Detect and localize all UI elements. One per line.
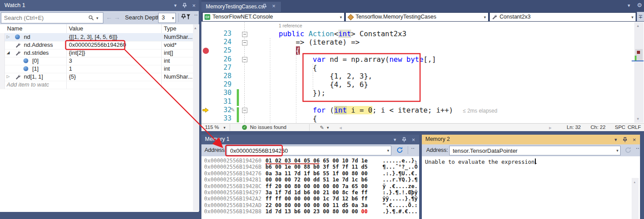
watch-row[interactable]: [1]1int — [0, 65, 193, 73]
watch-value[interactable]: 3 — [69, 57, 159, 64]
code-line[interactable]: {1, 2, 3}, — [279, 72, 497, 80]
code-line[interactable]: { — [279, 64, 497, 72]
search-input[interactable] — [3, 13, 89, 23]
zoom-level[interactable]: 115 % — [205, 125, 219, 130]
watch-type[interactable]: int[] — [164, 49, 192, 56]
memory1-title-bar[interactable]: Memory 1 ▾ × — [201, 135, 419, 144]
watch-row[interactable]: nd.Address0x000002556b194260void* — [0, 41, 193, 49]
toolbar-overflow-icon[interactable]: .. — [194, 11, 198, 16]
code-line[interactable]: { — [279, 114, 497, 123]
window-menu-icon[interactable]: ▾ — [392, 136, 398, 143]
watch-name[interactable]: nd.Address — [24, 42, 66, 48]
watch-value[interactable]: 0x000002556b194260 — [69, 42, 159, 48]
code-cleanup-dropdown-icon[interactable]: ▾ — [327, 125, 329, 130]
fold-collapse-box[interactable] — [242, 108, 247, 113]
watch-grid-header[interactable]: Name Value Type — [0, 24, 193, 34]
memory2-title-bar[interactable]: Memory 2 ▾ × — [422, 135, 640, 144]
codelens-references[interactable]: 1 reference — [279, 23, 302, 28]
search-forward-icon[interactable]: → — [114, 14, 120, 21]
pin-window-icon[interactable] — [622, 136, 628, 143]
memory2-address-input[interactable] — [452, 147, 614, 155]
watch-row[interactable]: [0]3int — [0, 57, 193, 65]
window-menu-icon[interactable]: ▾ — [172, 3, 178, 9]
watch-name[interactable]: [1] — [32, 65, 66, 72]
gear-icon[interactable]: ⚙ — [637, 2, 642, 8]
zoom-dropdown-icon[interactable]: ▾ — [224, 125, 226, 130]
watch-grid[interactable]: Name Value Type ▷nd{[[1, 2, 3], [4, 5, 6… — [0, 24, 199, 211]
column-header-name[interactable]: Name — [7, 25, 23, 32]
memory1-address-combo[interactable]: ▾ — [227, 146, 391, 155]
watch-type[interactable]: int — [164, 57, 192, 64]
watch-value[interactable]: {int[2]} — [69, 49, 159, 56]
code-line[interactable]: var nd = np.array(new byte[,] — [279, 55, 497, 64]
code-line[interactable]: public Action<int> Constant2x3 — [279, 30, 497, 38]
split-window-button[interactable]: ∓ — [637, 12, 644, 21]
watch-name[interactable]: Add item to watch — [7, 81, 49, 88]
code-line[interactable] — [279, 98, 497, 106]
watch-scrollbar[interactable]: ▴ — [193, 24, 199, 211]
search-depth-combo[interactable]: 3 ▾ — [158, 13, 176, 23]
memory1-address-input[interactable] — [229, 147, 384, 155]
close-icon[interactable]: × — [631, 136, 637, 143]
project-dropdown[interactable]: C# TensorFlowNET.Console ▾ — [202, 12, 345, 22]
breakpoint-icon[interactable] — [203, 48, 209, 54]
watch-value[interactable]: {[[1, 2, 3], [4, 5, 6]]} — [69, 34, 159, 40]
window-menu-icon[interactable]: ▾ — [613, 136, 619, 143]
code-text[interactable]: public Action<int> Constant2x3 => (itera… — [279, 30, 497, 123]
watch-name[interactable]: [0] — [32, 57, 66, 64]
hscroll-right-icon[interactable]: ▸ — [549, 125, 552, 131]
chevron-down-icon[interactable]: ▾ — [616, 148, 618, 153]
pin-format-button[interactable] — [181, 14, 191, 20]
memory1-hex-view[interactable]: ▴ 0x000002556B19426001 02 03 04 05 06 65… — [201, 156, 419, 219]
chevron-down-icon[interactable]: ▾ — [631, 15, 633, 19]
chevron-down-icon[interactable]: ▾ — [340, 15, 342, 19]
watch-name[interactable]: nd[1, 1] — [24, 73, 66, 80]
scroll-down-icon[interactable]: ▾ — [637, 117, 639, 121]
watch-type[interactable]: NumShar... — [164, 34, 192, 40]
watch-type[interactable]: int — [164, 65, 192, 72]
memory2-address-combo[interactable]: ▾ — [449, 146, 621, 155]
collapse-expander-icon[interactable]: ◢ — [7, 50, 10, 55]
member-dropdown[interactable]: Constant2x3 ▾ — [489, 12, 636, 22]
hscroll-left-icon[interactable]: ◂ — [339, 125, 342, 131]
fold-collapse-box[interactable] — [242, 57, 247, 62]
issues-status[interactable]: No issues found — [250, 125, 286, 130]
code-line[interactable]: for (int i = 0; i < iterate; i++)≤ 2ms e… — [279, 106, 497, 114]
refresh-button-disabled[interactable] — [625, 147, 632, 155]
watch-value[interactable]: {5} — [69, 73, 159, 80]
watch-title-bar[interactable]: Watch 1 ▾ × — [0, 0, 199, 11]
toolbar-overflow-icon[interactable]: .. — [636, 144, 640, 150]
close-icon[interactable]: × — [191, 3, 197, 9]
chevron-down-icon[interactable]: ▾ — [484, 15, 486, 19]
watch-type[interactable]: NumShar... — [164, 73, 192, 80]
tab-memorytestingcases[interactable]: MemoryTestingCases.cs × — [201, 2, 281, 12]
memory2-scrollbar[interactable]: ▴ — [632, 178, 639, 219]
expand-expander-icon[interactable]: ▷ — [7, 34, 10, 39]
close-tab-icon[interactable]: × — [272, 3, 276, 9]
toolbar-overflow-icon[interactable]: .. — [411, 144, 415, 150]
chevron-down-icon[interactable]: ▾ — [172, 16, 174, 20]
column-header-type[interactable]: Type — [164, 25, 176, 32]
watch-row[interactable]: Add item to watch — [0, 81, 193, 89]
column-header-value[interactable]: Value — [69, 25, 83, 32]
fold-collapse-box[interactable] — [242, 32, 247, 37]
watch-row[interactable]: ▷nd{[[1, 2, 3], [4, 5, 6]]}NumShar... — [0, 33, 193, 42]
search-options-dropdown-icon[interactable]: ▾ — [96, 16, 98, 20]
watch-row[interactable]: ◢ nd.strides{int[2]}int[] — [0, 49, 193, 57]
chevron-down-icon[interactable]: ▾ — [387, 148, 389, 153]
class-dropdown[interactable]: Tensorflow.MemoryTestingCases ▾ — [345, 12, 489, 22]
scroll-up-icon[interactable]: ▴ — [637, 23, 639, 28]
code-editor[interactable]: 1 reference ✎ 2324252627282930313233 pub… — [201, 22, 644, 123]
tab-list-dropdown-icon[interactable]: ▾ — [628, 3, 630, 8]
watch-value[interactable]: 1 — [69, 65, 159, 72]
memory2-content[interactable]: Unable to evaluate the expression. ▴ — [422, 156, 640, 219]
watch-search-box[interactable]: ▾ — [1, 12, 103, 23]
watch-type[interactable]: void* — [164, 42, 192, 48]
code-line[interactable]: { — [279, 46, 497, 55]
watch-name[interactable]: nd — [24, 34, 66, 40]
fold-collapse-box[interactable] — [242, 40, 247, 45]
search-icon[interactable] — [88, 15, 94, 21]
watch-name[interactable]: nd.strides — [24, 49, 66, 56]
scroll-up-icon[interactable]: ▴ — [194, 26, 197, 30]
expand-expander-icon[interactable]: ▷ — [7, 74, 10, 79]
